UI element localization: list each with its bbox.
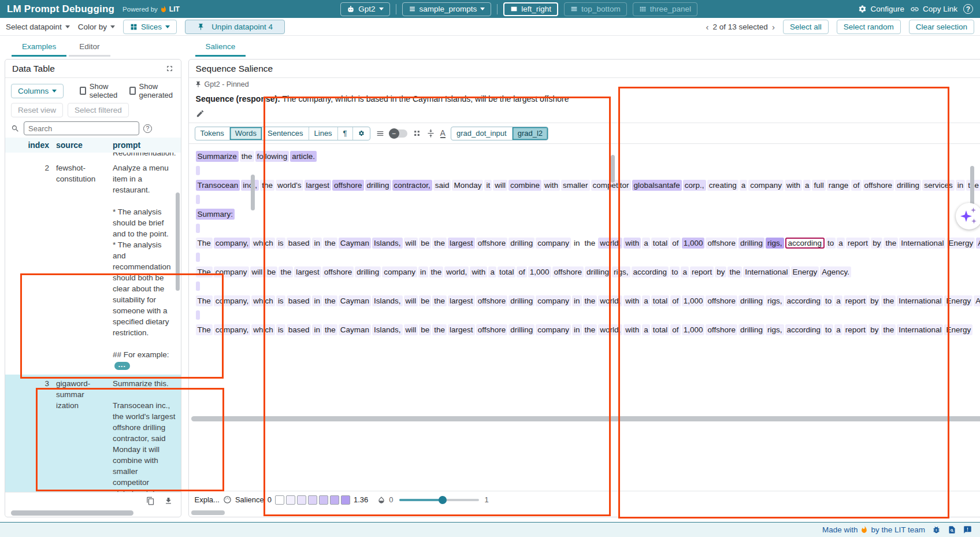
token[interactable]: the (583, 295, 597, 306)
token[interactable]: rigs, (766, 324, 784, 335)
slices-button[interactable]: Slices (123, 20, 177, 34)
token[interactable]: world, (444, 266, 469, 277)
token[interactable]: report (690, 266, 714, 277)
token[interactable]: company, (214, 324, 251, 335)
prev-datapoint-icon[interactable]: ‹ (706, 22, 709, 32)
token[interactable]: to (823, 295, 833, 306)
token[interactable]: a (834, 295, 842, 306)
token[interactable]: a (642, 238, 650, 249)
token[interactable]: with (543, 180, 560, 191)
token[interactable]: the (323, 295, 337, 306)
token[interactable]: said (433, 180, 451, 191)
token[interactable]: offshore (552, 266, 584, 277)
token[interactable]: to (823, 324, 833, 335)
token[interactable]: a (681, 266, 689, 277)
token[interactable]: will (493, 180, 507, 191)
token[interactable]: Transocean (196, 180, 240, 191)
token[interactable]: offshore (476, 295, 508, 306)
font-color-icon[interactable]: A (440, 129, 446, 138)
token[interactable]: in (312, 324, 322, 335)
token[interactable]: the (260, 180, 274, 191)
token[interactable]: will (404, 324, 418, 335)
token[interactable]: a (837, 238, 845, 249)
token[interactable]: total (651, 238, 670, 249)
token[interactable]: according (632, 266, 669, 277)
token[interactable]: drilling (738, 295, 764, 306)
token[interactable]: Agency. (974, 295, 980, 306)
token[interactable]: Energy (791, 266, 819, 277)
bug-report-icon[interactable] (932, 525, 941, 534)
token[interactable]: will (250, 266, 265, 277)
token[interactable]: The (196, 238, 213, 249)
token[interactable]: the (432, 295, 447, 306)
select-all-button[interactable]: Select all (783, 20, 829, 34)
token[interactable]: the (429, 266, 444, 277)
newline-token[interactable] (196, 224, 200, 233)
token[interactable]: with (623, 238, 641, 249)
token[interactable]: Islands, (372, 324, 403, 335)
token[interactable]: rigs, (612, 266, 630, 277)
token[interactable]: in (572, 238, 582, 249)
token[interactable]: the (432, 238, 447, 249)
token[interactable]: 1,000 (682, 238, 705, 249)
sparkle-fab-button[interactable] (956, 203, 980, 229)
token[interactable]: company, (214, 238, 251, 249)
token[interactable]: Cayman (339, 238, 371, 249)
token[interactable]: largest (448, 295, 475, 306)
token[interactable]: the (279, 266, 293, 277)
token[interactable]: company (536, 324, 571, 335)
token[interactable]: it (484, 180, 492, 191)
token[interactable]: total (498, 266, 516, 277)
density-toggle[interactable]: − (390, 129, 407, 138)
token[interactable]: rigs, (766, 295, 784, 306)
token[interactable]: be (265, 266, 277, 277)
column-header-index[interactable]: index (20, 140, 53, 150)
token[interactable]: Islands, (372, 238, 403, 249)
table-row-partial[interactable]: Recommendation: Avoid. ••• (5, 153, 181, 159)
token[interactable]: the (583, 324, 597, 335)
token[interactable]: International (743, 266, 789, 277)
token[interactable]: of (670, 324, 680, 335)
token[interactable]: drilling (738, 238, 764, 249)
token[interactable]: the (884, 238, 898, 249)
token[interactable]: is (276, 238, 285, 249)
configure-button[interactable]: Configure (858, 5, 904, 13)
token[interactable]: largest (448, 324, 475, 335)
token[interactable]: in (956, 180, 966, 191)
layout-top-bottom[interactable]: top_bottom (564, 2, 627, 16)
newline-token[interactable] (196, 166, 200, 175)
next-datapoint-icon[interactable]: › (772, 22, 775, 32)
token[interactable]: is (276, 324, 285, 335)
token[interactable]: the (583, 238, 597, 249)
newline-token[interactable] (196, 195, 200, 204)
clear-selection-button[interactable]: Clear selection (909, 20, 974, 34)
granularity-lines[interactable]: Lines (309, 127, 337, 140)
token[interactable]: Energy (944, 295, 972, 306)
token[interactable]: total (651, 324, 670, 335)
token[interactable]: company (748, 180, 784, 191)
token[interactable]: the (881, 295, 896, 306)
token[interactable]: by (871, 238, 882, 249)
column-header-source[interactable]: source (53, 140, 110, 150)
search-help-icon[interactable]: ? (143, 124, 152, 133)
token[interactable]: the (881, 324, 896, 335)
pilcrow-option[interactable]: ¶ (337, 127, 352, 140)
select-filtered-button[interactable]: Select filtered (68, 103, 129, 117)
table-horizontal-scrollbar[interactable] (5, 509, 181, 517)
token[interactable]: to (670, 266, 680, 277)
token[interactable]: offshore (863, 180, 894, 191)
copy-icon[interactable] (146, 497, 155, 505)
token[interactable]: be (419, 238, 431, 249)
token[interactable]: which (251, 295, 275, 306)
unpin-datapoint-button[interactable]: Unpin datapoint 4 (185, 20, 285, 34)
token[interactable]: by (868, 324, 880, 335)
newline-token[interactable] (196, 282, 200, 291)
token[interactable]: Islands, (372, 295, 403, 306)
newline-token[interactable] (196, 253, 200, 262)
token[interactable]: article. (290, 151, 317, 162)
token[interactable]: the (323, 324, 337, 335)
token[interactable]: smaller (561, 180, 590, 191)
table-row[interactable]: 2 fewshot- constitution Analyze a menu i… (5, 159, 181, 375)
token[interactable]: offshore (706, 295, 737, 306)
token[interactable]: drilling (508, 295, 534, 306)
